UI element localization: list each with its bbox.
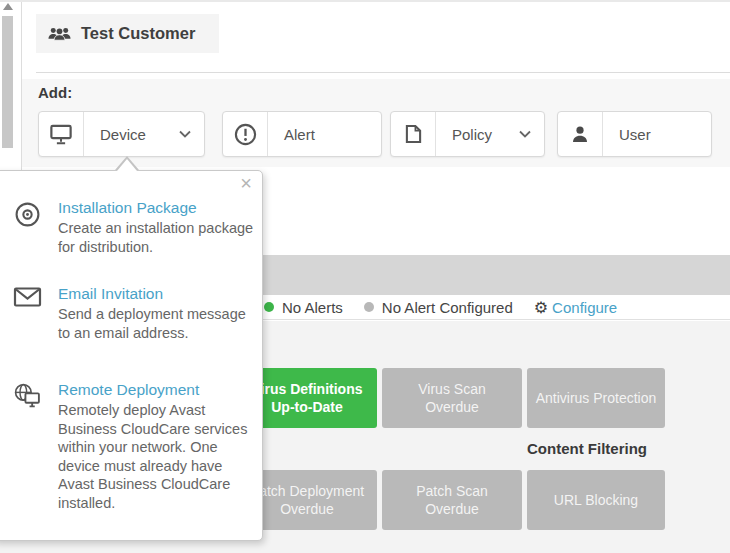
menu-item-text: Remote Deployment Remotely deploy Avast … xyxy=(58,381,258,512)
scrollbar-thumb[interactable] xyxy=(2,16,13,148)
email-invitation-description: Send a deployment message to an email ad… xyxy=(58,305,258,342)
tile-url-blocking[interactable]: URL Blocking xyxy=(527,470,665,530)
tile-virus-scan-overdue[interactable]: Virus Scan Overdue xyxy=(382,368,522,428)
menu-item-remote-deployment[interactable]: Remote Deployment Remotely deploy Avast … xyxy=(12,381,258,512)
status-no-alerts: No Alerts xyxy=(264,299,343,316)
configure-link[interactable]: ⚙ Configure xyxy=(534,298,617,317)
customer-name: Test Customer xyxy=(81,24,195,43)
customers-group-icon xyxy=(48,26,71,41)
add-user-label: User xyxy=(603,126,711,143)
installation-disc-icon xyxy=(12,199,42,256)
chevron-down-icon xyxy=(179,130,191,138)
add-policy-label: Policy xyxy=(436,126,519,143)
status-no-alert-configured: No Alert Configured xyxy=(364,299,513,316)
green-status-dot-icon xyxy=(264,302,274,312)
menu-item-text: Email Invitation Send a deployment messa… xyxy=(58,285,258,342)
gear-icon: ⚙ xyxy=(534,298,548,317)
email-invitation-link[interactable]: Email Invitation xyxy=(58,285,258,303)
chevron-down-icon xyxy=(519,130,531,138)
monitor-icon xyxy=(39,112,84,156)
dropdown-caret-fill xyxy=(117,159,137,171)
user-icon xyxy=(558,112,603,156)
status-no-alert-configured-label: No Alert Configured xyxy=(382,299,513,316)
top-border xyxy=(0,0,730,2)
header-divider xyxy=(36,72,730,73)
status-no-alerts-label: No Alerts xyxy=(282,299,343,316)
tile-patch-scan-overdue[interactable]: Patch Scan Overdue xyxy=(382,470,522,530)
add-policy-button[interactable]: Policy xyxy=(390,111,545,157)
add-label: Add: xyxy=(38,84,72,101)
menu-item-email-invitation[interactable]: Email Invitation Send a deployment messa… xyxy=(12,285,258,342)
scroll-up-arrow-icon[interactable] xyxy=(3,3,13,10)
tile-antivirus-protection[interactable]: Antivirus Protection xyxy=(527,368,665,428)
add-alert-label: Alert xyxy=(268,126,381,143)
configure-label: Configure xyxy=(552,299,617,316)
device-dropdown-panel: × Installation Package Create an install… xyxy=(0,170,263,541)
add-device-button[interactable]: Device xyxy=(38,111,205,157)
remote-deployment-link[interactable]: Remote Deployment xyxy=(58,381,258,399)
customer-badge[interactable]: Test Customer xyxy=(36,14,219,53)
content-filtering-heading: Content Filtering xyxy=(527,440,647,457)
policy-document-icon xyxy=(391,112,436,156)
installation-package-link[interactable]: Installation Package xyxy=(58,199,258,217)
menu-item-installation-package[interactable]: Installation Package Create an installat… xyxy=(12,199,258,256)
cloudcare-customer-screen: Test Customer Add: Device Alert xyxy=(0,0,730,553)
add-user-button[interactable]: User xyxy=(557,111,712,157)
add-device-label: Device xyxy=(84,126,179,143)
remote-deployment-description: Remotely deploy Avast Business CloudCare… xyxy=(58,401,258,512)
close-icon[interactable]: × xyxy=(240,173,252,193)
add-alert-button[interactable]: Alert xyxy=(222,111,382,157)
gray-status-dot-icon xyxy=(364,302,374,312)
alert-circle-icon xyxy=(223,112,268,156)
remote-deployment-icon xyxy=(12,381,42,512)
installation-package-description: Create an installation package for distr… xyxy=(58,219,258,256)
envelope-icon xyxy=(12,285,42,342)
menu-item-text: Installation Package Create an installat… xyxy=(58,199,258,256)
